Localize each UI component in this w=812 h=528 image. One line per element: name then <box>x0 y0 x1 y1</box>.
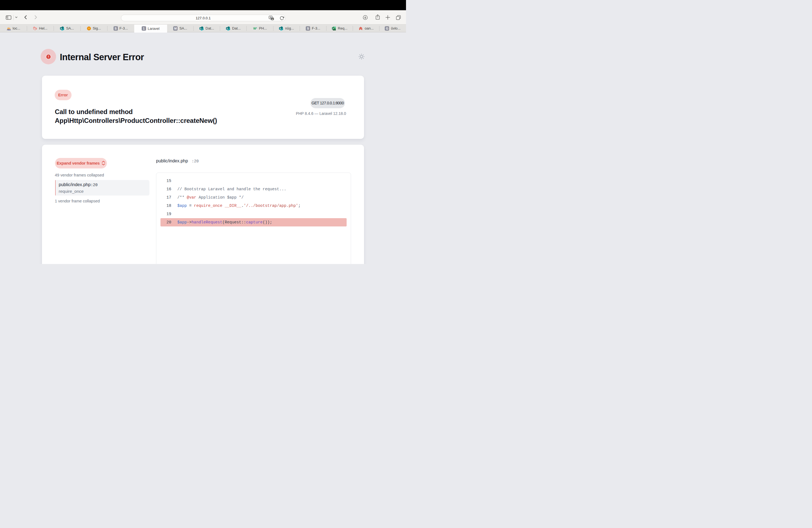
svg-text:x: x <box>272 18 273 20</box>
svg-text:S: S <box>227 27 228 30</box>
svg-text:S: S <box>61 27 62 30</box>
svg-text:PMA: PMA <box>7 29 11 31</box>
svg-text:S: S <box>279 27 281 30</box>
svg-text:3: 3 <box>256 27 257 28</box>
svg-text:X: X <box>333 27 334 30</box>
svg-text:S: S <box>200 27 201 30</box>
